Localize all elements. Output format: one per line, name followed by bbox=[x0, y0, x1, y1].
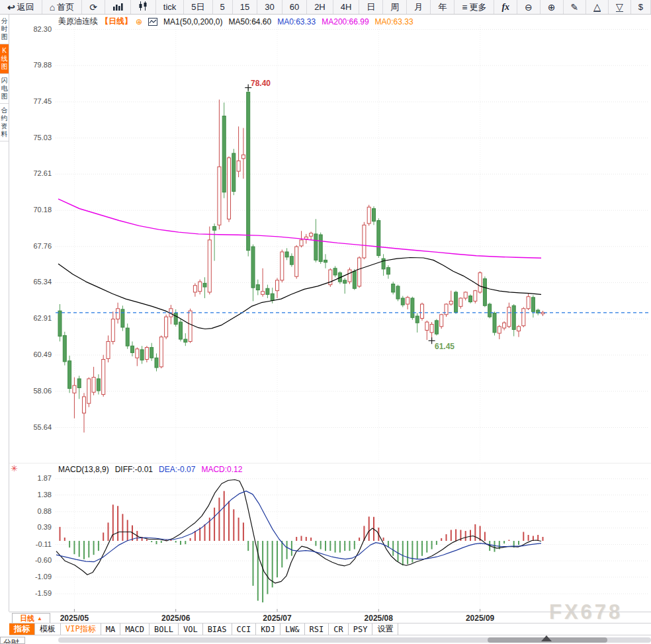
tab-CCI[interactable]: CCI bbox=[232, 624, 257, 635]
partial-bottom-tab[interactable]: 分时 bbox=[0, 637, 25, 644]
toolbar-period-day-label: 日 bbox=[367, 1, 375, 13]
toolbar-period-15-label: 15 bbox=[240, 2, 249, 12]
macd-axis-label: 1.87 bbox=[9, 474, 52, 482]
macd-dea-value: DEA:-0.07 bbox=[159, 465, 195, 474]
toolbar-fx-button[interactable]: fx bbox=[494, 0, 517, 14]
toolbar-period-week-button[interactable]: 周 bbox=[383, 0, 407, 14]
price-axis-label: 55.64 bbox=[9, 423, 52, 431]
tab-VIP指标[interactable]: VIP指标 bbox=[61, 624, 101, 635]
candlestick-icon bbox=[138, 1, 148, 13]
macd-axis-label: -0.60 bbox=[9, 556, 52, 564]
toolbar-back-label: 返回 bbox=[17, 1, 34, 13]
toolbar-candle-chart-button[interactable] bbox=[131, 0, 156, 14]
toolbar-draw-button[interactable]: ✎ bbox=[564, 0, 587, 14]
toolbar-period-5d-button[interactable]: 5日 bbox=[184, 0, 212, 14]
tab-MA[interactable]: MA bbox=[101, 624, 120, 635]
tab-BOLL[interactable]: BOLL bbox=[150, 624, 179, 635]
toolbar-period-30-label: 30 bbox=[265, 2, 274, 12]
trading-app-window: ↩返回⌂首页⟳tick5日51530602H4H日周月年≡更多fx⊖⊕✎△▽$ … bbox=[0, 0, 651, 644]
toolbar-period-day-button[interactable]: 日 bbox=[359, 0, 383, 14]
toolbar-period-2h-button[interactable]: 2H bbox=[307, 0, 333, 14]
sidebar-item-contract-info[interactable]: 合约资料 bbox=[0, 104, 9, 141]
tab-LW&[interactable]: LW& bbox=[281, 624, 305, 635]
price-axis-label: 60.49 bbox=[9, 350, 52, 358]
period-selector-box[interactable]: 日线 ▲ bbox=[12, 613, 50, 624]
toolbar-period-week-label: 周 bbox=[390, 1, 399, 13]
toolbar-period-5d-label: 5日 bbox=[191, 1, 204, 13]
toolbar-period-2h-label: 2H bbox=[314, 2, 326, 12]
mini-chart-icon[interactable] bbox=[148, 18, 157, 26]
price-axis-label: 65.34 bbox=[9, 278, 52, 286]
toolbar-period-60-button[interactable]: 60 bbox=[282, 0, 307, 14]
add-circle-icon[interactable]: ⊕ bbox=[136, 17, 142, 26]
toolbar-period-month-button[interactable]: 月 bbox=[407, 0, 431, 14]
date-axis-label: 2025/06 bbox=[153, 614, 199, 623]
toolbar-period-year-label: 年 bbox=[438, 1, 447, 13]
back-icon: ↩ bbox=[7, 3, 15, 12]
period-selector-label: 日线 bbox=[20, 614, 34, 624]
scrollbar-handle-icon[interactable] bbox=[541, 635, 552, 641]
toolbar-period-60-label: 60 bbox=[290, 2, 299, 12]
price-axis-label: 67.76 bbox=[9, 242, 52, 250]
toolbar-period-4h-button[interactable]: 4H bbox=[333, 0, 360, 14]
toolbar-refresh-button[interactable]: ⟳ bbox=[82, 0, 105, 14]
toolbar-zoom-in-button[interactable]: ⊕ bbox=[541, 0, 564, 14]
tab-VOL[interactable]: VOL bbox=[179, 624, 203, 635]
high-price-annotation: 78.40 bbox=[251, 79, 271, 88]
tab-PSY[interactable]: PSY bbox=[349, 624, 373, 635]
toolbar-tick-button[interactable]: tick bbox=[156, 0, 184, 14]
date-axis-label: 2025/08 bbox=[355, 614, 402, 623]
top-toolbar: ↩返回⌂首页⟳tick5日51530602H4H日周月年≡更多fx⊖⊕✎△▽$ bbox=[0, 0, 651, 15]
tab-BIAS[interactable]: BIAS bbox=[203, 624, 232, 635]
tab-模板[interactable]: 模板 bbox=[35, 624, 61, 635]
tab-指标[interactable]: 指标 bbox=[9, 624, 35, 635]
toolbar-back-button[interactable]: ↩返回 bbox=[0, 0, 42, 14]
bar-chart-icon bbox=[112, 2, 123, 13]
x-axis-line bbox=[9, 612, 651, 612]
tab-MACD[interactable]: MACD bbox=[120, 624, 150, 635]
toolbar-period-15-button[interactable]: 15 bbox=[233, 0, 257, 14]
toolbar-bar-chart-button[interactable] bbox=[105, 0, 131, 14]
toolbar-period-year-button[interactable]: 年 bbox=[431, 0, 455, 14]
triangle-up-tool-icon: △ bbox=[593, 2, 601, 12]
price-axis-label: 75.03 bbox=[9, 134, 52, 141]
watermark: FX678 bbox=[549, 600, 623, 624]
left-sidebar: 分时图K线图闪电图合约资料 bbox=[0, 15, 9, 612]
toolbar-tick-label: tick bbox=[163, 2, 177, 12]
toolbar-zoom-out-button[interactable]: ⊖ bbox=[517, 0, 541, 14]
macd-axis-label: 0.88 bbox=[9, 507, 52, 515]
sidebar-item-kline-chart[interactable]: K线图 bbox=[0, 44, 9, 74]
toolbar-period-30-button[interactable]: 30 bbox=[257, 0, 282, 14]
toolbar-triangle-up-tool-button[interactable]: △ bbox=[586, 0, 609, 14]
symbol-name: 美原油连续 bbox=[58, 16, 98, 27]
zoom-out-icon: ⊖ bbox=[525, 3, 533, 12]
fx-icon: fx bbox=[501, 2, 509, 13]
toolbar-more-button[interactable]: ≡更多 bbox=[455, 0, 494, 14]
date-axis-label: 2025/07 bbox=[254, 614, 300, 623]
indicator-settings-icon[interactable]: ✳ bbox=[11, 463, 18, 473]
toolbar-triangle-down-tool-button[interactable]: ▽ bbox=[609, 0, 631, 14]
tab-KDJ[interactable]: KDJ bbox=[256, 624, 281, 635]
sidebar-item-lightning-chart[interactable]: 闪电图 bbox=[0, 74, 9, 104]
toolbar-period-4h-label: 4H bbox=[341, 2, 352, 12]
sidebar-item-time-chart[interactable]: 分时图 bbox=[0, 15, 9, 44]
price-axis-label: 82.30 bbox=[9, 25, 52, 33]
refresh-icon: ⟳ bbox=[89, 3, 97, 12]
home-icon: ⌂ bbox=[50, 3, 55, 12]
toolbar-home-button[interactable]: ⌂首页 bbox=[42, 0, 82, 14]
macd-axis-label: -1.59 bbox=[9, 589, 52, 597]
price-axis-label: 58.06 bbox=[9, 387, 52, 395]
toolbar-period-month-label: 月 bbox=[414, 1, 423, 13]
ma200-value: MA200:66.99 bbox=[322, 17, 369, 26]
tab-RSI[interactable]: RSI bbox=[305, 624, 329, 635]
toolbar-home-label: 首页 bbox=[57, 1, 74, 13]
toolbar-period-5-button[interactable]: 5 bbox=[213, 0, 233, 14]
price-macd-chart[interactable] bbox=[0, 0, 651, 644]
chart-header: 美原油连续 【日线】 ⊕ MA1(50,0,200,0) MA50:64.60 … bbox=[58, 16, 413, 27]
tab-CR[interactable]: CR bbox=[329, 624, 348, 635]
macd-value: MACD:0.12 bbox=[201, 465, 242, 474]
macd-header: MACD(13,8,9) DIFF:-0.01 DEA:-0.07 MACD:0… bbox=[58, 465, 242, 474]
indicator-tab-bar: 指标模板VIP指标MAMACDBOLLVOLBIASCCIKDJLW&RSICR… bbox=[9, 623, 651, 635]
tab-设置[interactable]: 设置 bbox=[372, 624, 398, 635]
toolbar-dollar-button[interactable]: $ bbox=[631, 0, 651, 14]
